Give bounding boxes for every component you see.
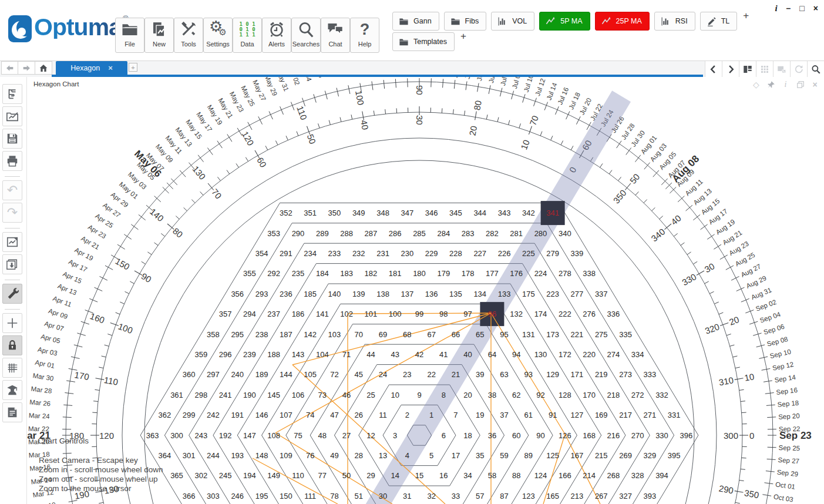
svg-text:175: 175 bbox=[522, 290, 535, 298]
button-label: TL bbox=[721, 17, 730, 25]
sidebar-export-images-button[interactable] bbox=[2, 254, 22, 274]
hexagon-wheel-chart[interactable]: 0300103102032030330403405035060070108020… bbox=[27, 77, 824, 504]
button-label: Gann bbox=[413, 17, 432, 25]
svg-text:Sep 12: Sep 12 bbox=[772, 361, 794, 372]
svg-text:289: 289 bbox=[316, 229, 329, 238]
svg-text:167: 167 bbox=[571, 451, 584, 460]
sidebar-print-button[interactable] bbox=[2, 151, 22, 171]
chart-pin-icon[interactable] bbox=[766, 80, 775, 89]
chart-diamond-icon[interactable]: ◇ bbox=[752, 80, 761, 89]
svg-text:31: 31 bbox=[403, 492, 411, 500]
svg-text:98: 98 bbox=[439, 310, 448, 318]
folder-icon bbox=[398, 16, 409, 26]
svg-text:186: 186 bbox=[292, 310, 305, 318]
svg-text:310: 310 bbox=[718, 375, 735, 387]
next-button[interactable] bbox=[722, 61, 739, 78]
file-button[interactable]: File bbox=[115, 18, 144, 53]
optuma-logo-icon bbox=[8, 15, 32, 42]
svg-text:5: 5 bbox=[429, 451, 433, 460]
settings-button[interactable]: ⚙⚙ Settings bbox=[203, 18, 233, 53]
close-window-button[interactable]: × bbox=[813, 4, 818, 13]
gann-button[interactable]: Gann bbox=[392, 12, 439, 31]
svg-text:Jul 14: Jul 14 bbox=[545, 82, 558, 102]
svg-text:28: 28 bbox=[355, 451, 363, 460]
svg-text:190: 190 bbox=[243, 391, 256, 399]
sidebar-tool-config-button[interactable] bbox=[2, 284, 22, 304]
svg-text:20: 20 bbox=[463, 391, 472, 399]
sidebar-structure-button[interactable] bbox=[2, 84, 22, 104]
add-template-button[interactable]: + bbox=[459, 32, 468, 41]
minimize-window-button[interactable]: – bbox=[786, 4, 791, 13]
search-button[interactable] bbox=[807, 61, 824, 78]
svg-text:279: 279 bbox=[546, 249, 559, 258]
help-button[interactable]: ? Help bbox=[350, 18, 379, 53]
searches-button[interactable]: Searches bbox=[291, 18, 321, 53]
tl-button[interactable]: TL bbox=[700, 12, 738, 31]
chart-close-icon[interactable]: × bbox=[810, 80, 819, 89]
svg-text:131: 131 bbox=[522, 330, 535, 339]
25p-ma-button[interactable]: 25P MA bbox=[595, 12, 650, 31]
svg-text:106: 106 bbox=[292, 391, 305, 399]
maximize-window-button[interactable]: □ bbox=[799, 4, 804, 13]
sidebar-chart-image-button[interactable] bbox=[2, 232, 22, 252]
svg-text:148: 148 bbox=[255, 451, 268, 460]
svg-text:4: 4 bbox=[405, 451, 409, 460]
svg-text:Apr 01: Apr 01 bbox=[35, 359, 56, 369]
tools-button[interactable]: Tools bbox=[174, 18, 203, 53]
line-chart-icon bbox=[545, 16, 556, 26]
add-quick-button[interactable]: + bbox=[742, 12, 750, 20]
snapshot-button[interactable] bbox=[773, 61, 790, 78]
svg-text:396: 396 bbox=[680, 431, 692, 440]
tab-close-icon[interactable]: × bbox=[108, 63, 113, 72]
5p-ma-button[interactable]: 5P MA bbox=[539, 12, 590, 31]
fibs-button[interactable]: Fibs bbox=[444, 12, 487, 31]
sidebar-undo-button[interactable]: ↶ bbox=[2, 180, 22, 200]
sidebar-education-button[interactable] bbox=[2, 380, 22, 400]
chart-info-icon[interactable]: i bbox=[781, 80, 790, 89]
svg-text:19: 19 bbox=[476, 411, 484, 419]
svg-text:30: 30 bbox=[702, 261, 716, 274]
alerts-button[interactable]: Alerts bbox=[262, 18, 291, 53]
svg-text:329: 329 bbox=[643, 451, 656, 460]
layout-button[interactable] bbox=[739, 61, 756, 78]
new-button[interactable]: New bbox=[144, 18, 174, 53]
forward-nav-button[interactable] bbox=[18, 61, 35, 75]
sidebar-notes-button[interactable] bbox=[2, 402, 22, 422]
sidebar-open-chart-button[interactable] bbox=[2, 106, 22, 126]
chart-windows-icon[interactable] bbox=[796, 80, 805, 89]
svg-text:90: 90 bbox=[140, 271, 153, 284]
svg-text:281: 281 bbox=[510, 229, 523, 238]
sidebar-lock-button[interactable] bbox=[2, 335, 22, 355]
sidebar-grid-button[interactable] bbox=[2, 358, 22, 378]
refresh-button[interactable] bbox=[790, 61, 807, 78]
svg-text:331: 331 bbox=[668, 411, 681, 419]
home-nav-button[interactable] bbox=[35, 61, 52, 75]
svg-text:29: 29 bbox=[366, 471, 375, 480]
svg-text:268: 268 bbox=[607, 471, 620, 480]
sidebar-save-button[interactable] bbox=[2, 129, 22, 149]
magnifier-icon bbox=[297, 18, 315, 41]
back-nav-button[interactable] bbox=[1, 61, 18, 75]
data-button[interactable]: 1 0 10 1 01 1 1 Data bbox=[233, 18, 262, 53]
prev-button[interactable] bbox=[705, 61, 722, 78]
svg-text:298: 298 bbox=[194, 391, 207, 399]
svg-text:Jul 16: Jul 16 bbox=[556, 86, 570, 106]
sidebar-redo-button[interactable]: ↷ bbox=[2, 203, 22, 223]
save-icon bbox=[6, 132, 19, 145]
add-tab-button[interactable]: + bbox=[129, 63, 137, 72]
tab-hexagon[interactable]: Hexagon × bbox=[56, 61, 127, 75]
svg-text:22: 22 bbox=[427, 370, 435, 379]
grid-button[interactable] bbox=[756, 61, 773, 78]
info-window-button[interactable]: i bbox=[775, 4, 777, 13]
svg-text:93: 93 bbox=[524, 370, 533, 379]
vol-button[interactable]: VOL bbox=[491, 12, 534, 31]
tabbar-right-buttons bbox=[705, 61, 824, 78]
svg-text:173: 173 bbox=[546, 330, 559, 339]
templates-button[interactable]: Templates bbox=[392, 32, 455, 51]
rsi-button[interactable]: RSI bbox=[654, 12, 695, 31]
sidebar-add-tool-button[interactable] bbox=[2, 313, 22, 333]
svg-text:126: 126 bbox=[559, 431, 571, 440]
chat-button[interactable]: Chat bbox=[321, 18, 350, 53]
svg-text:215: 215 bbox=[595, 451, 608, 460]
svg-text:132: 132 bbox=[510, 310, 523, 318]
